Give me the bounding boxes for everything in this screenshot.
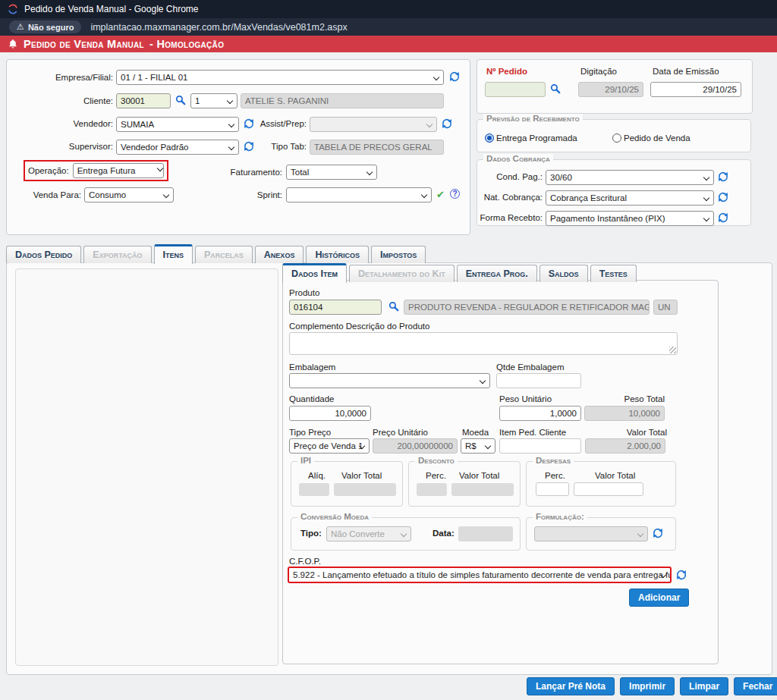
sprint-select[interactable] — [286, 187, 432, 202]
cliente-name-field: ATELIE S. PAGANINI — [241, 93, 444, 108]
peso-total-field: 10,0000 — [584, 406, 665, 421]
empresa-label: Empresa/Filial: — [8, 73, 113, 82]
assist-select — [310, 117, 437, 132]
fechar-button[interactable]: Fechar — [734, 677, 777, 695]
forma-recebto-select[interactable]: Pagamento Instantâneo (PIX) — [546, 211, 714, 226]
window-titlebar: Pedido de Venda Manual - Google Chrome — [0, 0, 777, 18]
valor-total-col-label: Valor Total — [459, 471, 499, 480]
forma-recebto-label: Forma Recebto: — [479, 213, 543, 222]
empresa-select[interactable]: 01 / 1 - FILIAL 01 — [116, 70, 444, 85]
nat-cobranca-select[interactable]: Cobrança Escritural — [546, 190, 714, 206]
search-icon[interactable] — [388, 301, 399, 312]
tab-exportacao: Exportação — [83, 246, 151, 263]
numero-pedido-input[interactable] — [485, 82, 546, 97]
faturamento-select[interactable]: Total — [286, 165, 377, 180]
ipi-fieldset: IPI Alíq. Valor Total — [291, 461, 403, 507]
supervisor-select[interactable]: Vendedor Padrão — [116, 140, 239, 155]
quantidade-input[interactable]: 10,0000 — [289, 406, 371, 421]
imprimir-button[interactable]: Imprimir — [620, 677, 675, 695]
tab-impostos[interactable]: Impostos — [371, 246, 426, 263]
refresh-icon[interactable] — [718, 171, 728, 182]
warning-icon: ⚠ — [17, 22, 24, 32]
valor-total-label: Valor Total — [591, 428, 667, 437]
faturamento-label: Faturamento: — [200, 168, 282, 177]
complemento-textarea[interactable] — [289, 332, 678, 355]
ipi-valor-field — [334, 483, 396, 496]
vendedor-label: Vendedor: — [8, 119, 113, 128]
limpar-button[interactable]: Limpar — [680, 677, 728, 695]
sprint-label: Sprint: — [200, 190, 282, 199]
app-header: Pedido de Venda Manual - Homologação — [0, 36, 777, 52]
despesas-valor-input[interactable] — [574, 482, 643, 496]
cond-pag-label: Cond. Pag.: — [479, 172, 543, 181]
tab-dados-pedido[interactable]: Dados Pedido — [6, 246, 81, 263]
operacao-label: Operação: — [28, 166, 69, 175]
digitacao-field: 29/10/25 — [578, 82, 643, 97]
produto-label: Produto — [289, 288, 319, 297]
qtde-embalagem-label: Qtde Embalagem — [496, 363, 565, 372]
help-icon[interactable]: ? — [450, 189, 460, 199]
desconto-legend: Desconto — [415, 456, 458, 465]
peso-unitario-input[interactable]: 1,0000 — [499, 406, 581, 421]
radio-pedido-venda-label[interactable]: Pedido de Venda — [624, 133, 690, 143]
valor-total-col-label: Valor Total — [341, 471, 382, 480]
tab-itens[interactable]: Itens — [154, 244, 193, 264]
tab-parcelas: Parcelas — [195, 246, 253, 263]
browser-urlbar[interactable]: ⚠ Não seguro implantacao.maxmanager.com.… — [0, 18, 777, 36]
emissao-input[interactable]: 29/10/25 — [650, 82, 741, 97]
operacao-select[interactable]: Entrega Futura — [73, 163, 164, 178]
ipi-aliq-field — [299, 483, 329, 496]
refresh-icon[interactable] — [718, 212, 728, 223]
formulacao-legend: Formulação: — [533, 512, 587, 521]
page-environment: - Homologação — [149, 38, 224, 50]
despesas-perc-input[interactable] — [536, 482, 569, 496]
embalagem-select[interactable] — [289, 373, 490, 388]
radio-pedido-venda[interactable] — [612, 133, 621, 143]
search-icon[interactable] — [175, 95, 186, 105]
adicionar-button[interactable]: Adicionar — [629, 589, 689, 607]
tipo-conversao-select: Não Converte — [326, 526, 411, 541]
page-title: Pedido de Venda Manual — [24, 38, 144, 50]
tab-entrega-prog[interactable]: Entrega Prog. — [457, 265, 537, 282]
venda-para-select[interactable]: Consumo — [84, 187, 174, 202]
desconto-perc-field — [417, 483, 447, 496]
tab-dados-item[interactable]: Dados Item — [282, 263, 347, 283]
cliente-code-input[interactable]: 30001 — [116, 93, 171, 108]
refresh-icon[interactable] — [442, 118, 452, 129]
conversao-moeda-fieldset: Conversão Moeda Tipo: Não Converte Data: — [291, 517, 521, 551]
tipo-preco-select[interactable]: Preço de Venda 1 — [289, 438, 370, 454]
radio-entrega-programada[interactable] — [485, 133, 494, 143]
cfop-select[interactable]: 5.922 - Lançamento efetuado a título de … — [288, 567, 672, 583]
radio-entrega-programada-label[interactable]: Entrega Programada — [496, 133, 577, 143]
qtde-embalagem-input[interactable] — [496, 373, 581, 388]
produto-code-input[interactable]: 016104 — [289, 300, 382, 315]
cond-pag-select[interactable]: 30/60 — [546, 170, 714, 185]
tipo-tab-field: TABELA DE PRECOS GERAL — [310, 140, 444, 155]
produto-um-field: UN — [653, 300, 678, 315]
tab-anexos[interactable]: Anexos — [255, 246, 304, 263]
data-conversao-label: Data: — [433, 529, 455, 538]
cliente-seq-select[interactable]: 1 — [190, 93, 238, 108]
resize-handle-icon[interactable] — [669, 347, 676, 353]
security-badge[interactable]: ⚠ Não seguro — [9, 20, 81, 33]
refresh-icon[interactable] — [676, 570, 687, 580]
digitacao-label: Digitação — [580, 67, 617, 76]
tab-testes[interactable]: Testes — [590, 265, 637, 282]
security-badge-label: Não seguro — [28, 23, 74, 32]
search-icon[interactable] — [550, 83, 561, 94]
refresh-icon[interactable] — [718, 192, 728, 202]
moeda-select[interactable]: R$ — [461, 438, 495, 454]
refresh-icon[interactable] — [449, 71, 460, 82]
cliente-label: Cliente: — [8, 96, 113, 105]
lancar-pre-nota-button[interactable]: Lançar Pré Nota — [527, 677, 615, 695]
tab-historicos[interactable]: Históricos — [306, 246, 369, 263]
formulacao-select — [534, 526, 648, 541]
url-text[interactable]: implantacao.maxmanager.com.br/MaxVendas/… — [90, 22, 347, 33]
tab-saldos[interactable]: Saldos — [539, 265, 588, 282]
moeda-label: Moeda — [462, 428, 489, 437]
order-header-panel: Empresa/Filial: 01 / 1 - FILIAL 01 Clien… — [6, 59, 470, 235]
peso-unitario-label: Peso Unitário — [499, 394, 552, 403]
vendedor-select[interactable]: SUMAIA — [116, 117, 239, 132]
refresh-icon[interactable] — [653, 528, 663, 538]
item-ped-cliente-input[interactable] — [499, 438, 581, 454]
